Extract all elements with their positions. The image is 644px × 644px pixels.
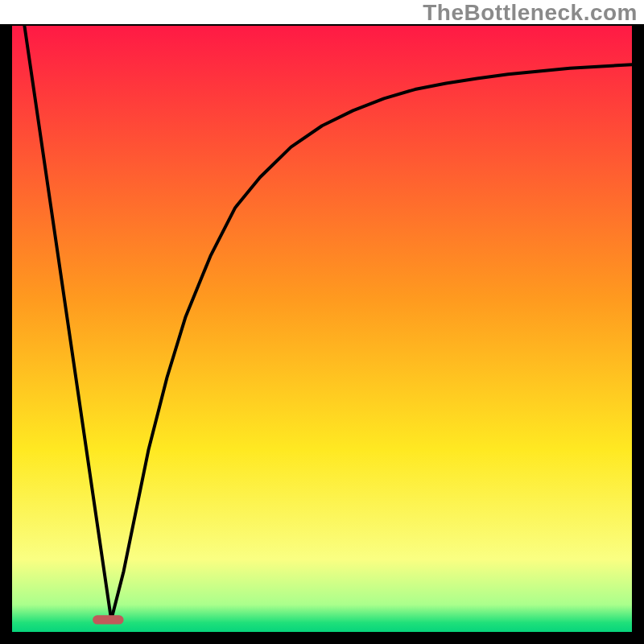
chart-container: TheBottleneck.com [0,0,644,644]
optimal-marker [93,615,124,624]
watermark-text: TheBottleneck.com [423,0,638,26]
plot-background [12,26,632,632]
chart-svg [0,0,644,644]
